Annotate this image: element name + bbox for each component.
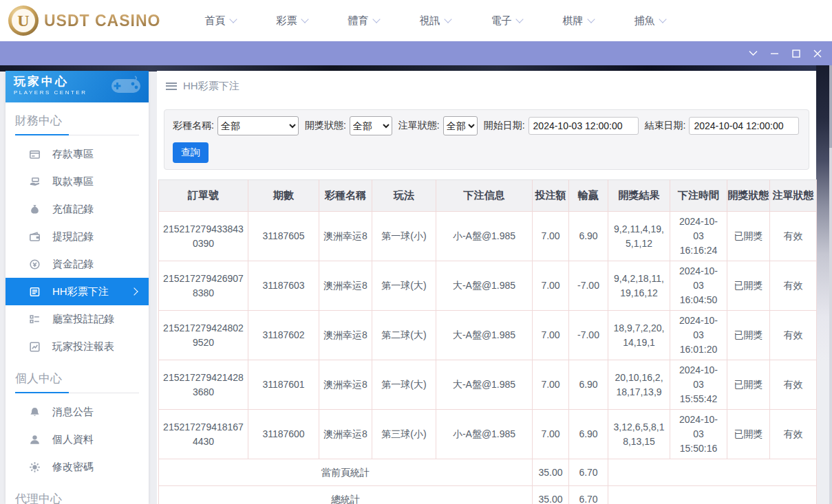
window-minimize-button[interactable] [764,41,785,65]
table-cell: 澳洲幸运8 [319,360,372,410]
table-cell: 有效 [770,212,817,261]
sidebar-item-recharge-records[interactable]: 充值記錄 [6,195,149,223]
sidebar-item-withdrawal-records[interactable]: 提現記錄 [6,223,149,250]
table-cell: 有效 [770,360,817,410]
sidebar-section-title: 代理中心 [15,491,139,504]
document-icon [29,286,41,298]
table-row: 215217279433843039031187605澳洲幸运8第一球(小)小-… [159,212,817,261]
table-cell: 澳洲幸运8 [319,410,372,459]
sidebar-item-announcements[interactable]: 消息公告 [6,398,149,426]
table-cell: 7.00 [533,410,569,459]
chevron-down-icon [515,15,523,23]
table-cell: 2024-10-03 16:01:20 [670,311,727,360]
sidebar-item-label: 玩家投注報表 [52,340,114,353]
column-header-8: 下注時間 [670,180,727,212]
chevron-down-icon [301,15,308,23]
column-header-0: 訂單號 [159,180,248,212]
nav-item-board-games[interactable]: 棋牌 [542,14,614,28]
page-background: 玩家中心 PLAYERS CENTER 財務中心存款專區取款專區充值記錄提現記錄… [0,65,832,504]
usdt-casino-logo-icon: U [8,6,39,36]
draw-status-label: 開獎狀態: [305,120,346,132]
table-cell: 小-A盤@1.985 [436,410,533,459]
sidebar: 玩家中心 PLAYERS CENTER 財務中心存款專區取款專區充值記錄提現記錄… [6,71,149,504]
window-close-button[interactable] [807,41,828,65]
column-header-4: 下注信息 [436,180,533,212]
table-cell: 7.00 [533,360,569,410]
order-status-select[interactable]: 全部 [443,116,478,135]
gamepad-icon [110,75,142,97]
lottery-name-select[interactable]: 全部 [217,116,299,135]
chevron-down-icon [587,15,595,23]
nav-item-fishing[interactable]: 捕魚 [614,14,685,28]
window-dropdown-button[interactable] [743,41,764,65]
window-maximize-button[interactable] [785,41,807,65]
search-button[interactable]: 查詢 [173,142,209,163]
app-window: U USDT CASINO 首頁彩票體育視訊電子棋牌捕魚 玩家中心 PLAYER… [0,0,832,504]
nav-item-label: 電子 [491,14,512,28]
sidebar-item-deposit-area[interactable]: 存款專區 [6,140,149,168]
column-header-10: 注單狀態 [770,180,817,212]
chevron-down-icon [229,15,237,23]
table-cell: 小-A盤@1.985 [436,212,533,261]
table-cell: 6.90 [569,212,608,261]
sidebar-item-label: 廳室投註記錄 [52,313,114,326]
sidebar-item-player-bet-report[interactable]: 玩家投注報表 [6,333,149,360]
order-status-label: 注單狀態: [398,120,440,132]
site-logo[interactable]: U USDT CASINO [0,6,165,36]
end-date-input[interactable] [689,117,799,135]
table-row: 215217279421428368031187601澳洲幸运8第一球(大)大-… [159,360,817,410]
table-cell: 9,2,11,4,19,5,1,12 [608,212,670,261]
table-cell: 澳洲幸运8 [319,212,372,261]
sidebar-item-label: 提現記錄 [52,230,94,243]
nav-item-sports[interactable]: 體育 [328,14,399,28]
nav-item-lottery[interactable]: 彩票 [256,14,328,28]
start-date-input[interactable] [529,117,639,135]
nav-item-home[interactable]: 首頁 [184,14,256,28]
start-date-label: 開始日期: [484,120,525,132]
sidebar-item-funds-records[interactable]: 資金記錄 [6,250,149,278]
lottery-name-label: 彩種名稱: [173,120,214,132]
table-cell: -7.00 [569,261,608,311]
menu-icon[interactable] [166,80,177,91]
table-cell: 第一球(小) [372,212,436,261]
page-scrollbar[interactable] [829,65,832,504]
summary-label: 總統計 [159,486,533,504]
sidebar-item-withdraw-area[interactable]: 取款專區 [6,168,149,195]
hand-money-icon [29,176,41,188]
table-cell: 7.00 [533,261,569,311]
draw-status-select[interactable]: 全部 [350,116,392,135]
sidebar-item-profile[interactable]: 個人資料 [6,426,149,453]
table-cell: 大-A盤@1.985 [436,311,533,360]
table-cell: 31187601 [248,360,319,410]
chevron-down-icon [444,15,451,23]
summary-winloss-total: 6.70 [569,486,608,504]
table-cell: 31187605 [248,212,319,261]
sidebar-item-room-bet-records[interactable]: 廳室投註記錄 [6,305,149,333]
sidebar-item-hh-lottery-bets[interactable]: HH彩票下注 [6,278,149,305]
coin-icon [29,259,41,270]
bets-table: 訂單號期數彩種名稱玩法下注信息投注額輸贏開獎結果下注時間開獎狀態注單狀態 215… [158,179,817,504]
end-date-label: 結束日期: [645,120,686,132]
report-icon [29,341,41,353]
nav-item-video[interactable]: 視訊 [399,14,471,28]
nav-item-electronic[interactable]: 電子 [471,14,542,28]
table-cell: 第一球(大) [372,261,436,311]
table-cell: 已開獎 [727,311,770,360]
table-cell: 2024-10-03 16:04:50 [670,261,727,311]
table-cell: 2152172794338430390 [159,212,248,261]
column-header-7: 開獎結果 [608,180,670,212]
table-cell: 已開獎 [727,212,770,261]
sidebar-item-label: 存款專區 [52,148,94,161]
table-cell: 2024-10-03 15:50:16 [670,410,727,459]
nav-item-label: 彩票 [277,14,297,28]
scrollbar-thumb[interactable] [829,65,832,148]
sidebar-section-title: 財務中心 [15,113,139,135]
table-cell: 大-A盤@1.985 [436,261,533,311]
main-nav: 首頁彩票體育視訊電子棋牌捕魚 [184,14,685,28]
sidebar-item-label: 修改密碼 [52,461,94,474]
table-cell: 2152172794248029520 [159,311,248,360]
table-cell: 有效 [770,311,817,360]
summary-winloss-total: 6.70 [569,459,608,486]
table-cell: 第二球(大) [372,311,436,360]
sidebar-item-change-password[interactable]: 修改密碼 [6,453,149,481]
